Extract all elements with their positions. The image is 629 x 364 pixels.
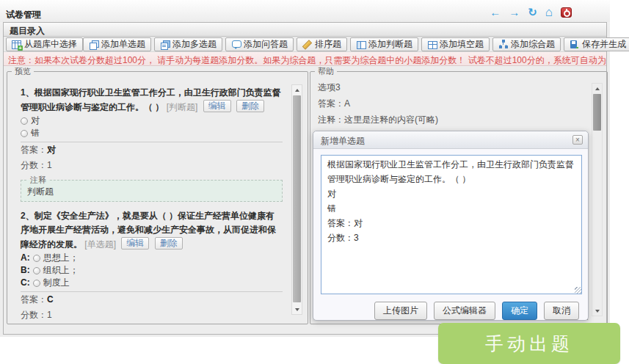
home-icon[interactable]: ⌂ bbox=[545, 7, 553, 18]
radio-button[interactable] bbox=[33, 280, 40, 287]
radio-button[interactable] bbox=[21, 130, 28, 137]
preview-scrollbar[interactable] bbox=[291, 84, 302, 315]
window-controls: ← → ↻ ⌂ bbox=[490, 7, 572, 18]
power-icon[interactable] bbox=[561, 7, 572, 18]
help-line: 答案：A bbox=[318, 95, 589, 112]
save-generate-button[interactable]: 保存并生成 bbox=[564, 37, 629, 51]
edit-question-button[interactable]: 编辑 bbox=[203, 100, 231, 112]
split-table-icon bbox=[356, 40, 366, 49]
cancel-button[interactable]: 取消 bbox=[544, 302, 579, 320]
toolbar-left-group: 从题库中选择 bbox=[6, 37, 83, 51]
question-item: 2、制定《安全生产法》，就是要从（ ）保证生产经营单位健康有序地开展生产经营活动… bbox=[21, 209, 283, 324]
scroll-down-icon[interactable] bbox=[592, 306, 602, 316]
add-single-choice-button[interactable]: 添加单选题 bbox=[83, 37, 151, 51]
question-content-textarea[interactable]: 根据国家现行职业卫生监管工作分工，由卫生行政部门负责监督管理职业病诊断与鉴定的工… bbox=[321, 155, 582, 294]
add-multi-choice-button[interactable]: 添加多选题 bbox=[154, 37, 222, 51]
score-line: 分数：1 bbox=[21, 307, 283, 323]
ok-button[interactable]: 确定 bbox=[502, 302, 537, 320]
dialog-buttons: 上传图片 公式编辑器 确定 取消 bbox=[313, 302, 579, 320]
add-blank-button[interactable]: 添加填空题 bbox=[421, 37, 490, 51]
option-row: B: 组织上； bbox=[21, 264, 283, 277]
edit-question-button[interactable]: 编辑 bbox=[121, 237, 149, 250]
section-header: 题目录入 bbox=[4, 23, 606, 37]
manual-question-overlay: 手动出题 bbox=[438, 323, 620, 364]
help-scrollbar[interactable] bbox=[592, 83, 603, 316]
question-text: 2、制定《安全生产法》，就是要从（ ）保证生产经营单位健康有序地开展生产经营活动… bbox=[21, 209, 283, 252]
help-legend: 帮助 bbox=[315, 66, 337, 77]
answer-line: 答案：对 bbox=[21, 142, 283, 158]
answer-line: 答案：C bbox=[21, 292, 283, 307]
scrollbar-thumb[interactable] bbox=[293, 95, 301, 302]
question-item: 1、根据国家现行职业卫生监管工作分工，由卫生行政部门负责监督管理职业病诊断与鉴定… bbox=[21, 86, 283, 202]
upload-image-button[interactable]: 上传图片 bbox=[374, 302, 427, 320]
question-type-tag: [单选题] bbox=[84, 239, 116, 250]
note-box: 注释 判断题 bbox=[21, 175, 283, 202]
scroll-up-icon[interactable] bbox=[592, 84, 602, 93]
note-text: 判断题 bbox=[27, 186, 277, 197]
speech-bubble-icon bbox=[231, 40, 241, 49]
dialog-title-bar[interactable]: 新增单选题 × bbox=[313, 131, 588, 149]
option-row: C: 制度上 bbox=[21, 277, 283, 289]
org-chart-icon bbox=[498, 40, 508, 49]
dialog-title: 新增单选题 bbox=[321, 136, 365, 146]
delete-question-button[interactable]: 删除 bbox=[236, 100, 264, 112]
radio-button[interactable] bbox=[33, 267, 40, 274]
question-bank-icon bbox=[12, 40, 21, 49]
sort-question-button[interactable]: 排序题 bbox=[297, 37, 347, 51]
title-bar: 试卷管理 ← → ↻ ⌂ bbox=[0, 0, 610, 22]
notice-banner: 注意：如果本次试卷分数超过100分， 请手动为每道题添加分数。如果为综合题，只需… bbox=[4, 52, 606, 66]
pages-icon bbox=[89, 40, 98, 49]
toolbar: 从题库中选择 添加单选题 添加多选题 添加问答题 排序题 bbox=[4, 37, 606, 52]
close-icon[interactable]: × bbox=[572, 135, 583, 145]
option-row: 对 bbox=[21, 114, 283, 127]
forward-icon[interactable]: → bbox=[509, 7, 520, 18]
refresh-icon[interactable]: ↻ bbox=[528, 7, 537, 18]
note-legend: 注释 bbox=[27, 175, 49, 186]
option-row: A: 思想上； bbox=[21, 252, 283, 264]
back-icon[interactable]: ← bbox=[490, 7, 501, 18]
formula-editor-button[interactable]: 公式编辑器 bbox=[434, 302, 495, 320]
option-row: 错 bbox=[21, 127, 283, 139]
scroll-up-icon[interactable] bbox=[292, 85, 302, 95]
add-judge-button[interactable]: 添加判断题 bbox=[350, 37, 418, 51]
preview-panel: 预览 1、根据国家现行职业卫生监管工作分工，由卫生行政部门负责监督管理职业病诊断… bbox=[7, 66, 308, 324]
scroll-down-icon[interactable] bbox=[292, 305, 302, 314]
page-title: 试卷管理 bbox=[6, 9, 41, 21]
preview-scroll-area: 1、根据国家现行职业卫生监管工作分工，由卫生行政部门负责监督管理职业病诊断与鉴定… bbox=[7, 77, 308, 324]
grid-icon bbox=[427, 40, 437, 49]
radio-button[interactable] bbox=[21, 117, 28, 125]
preview-legend: 预览 bbox=[12, 66, 34, 77]
toolbar-right-group: 添加单选题 添加多选题 添加问答题 排序题 添加判断题 bbox=[83, 37, 629, 51]
resize-grip-icon[interactable] bbox=[575, 287, 581, 294]
pencil-icon bbox=[302, 40, 312, 49]
new-single-choice-dialog: 新增单选题 × 根据国家现行职业卫生监管工作分工，由卫生行政部门负责监督管理职业… bbox=[313, 131, 589, 321]
help-line: 注释：这里是注释的内容(可略) bbox=[318, 112, 589, 128]
help-line: 选项3 bbox=[318, 79, 589, 95]
save-icon bbox=[570, 40, 579, 49]
scrollbar-thumb[interactable] bbox=[593, 94, 601, 131]
score-line: 分数：1 bbox=[21, 158, 283, 173]
add-qa-button[interactable]: 添加问答题 bbox=[225, 37, 294, 51]
add-comprehensive-button[interactable]: 添加综合题 bbox=[492, 37, 561, 51]
radio-button[interactable] bbox=[33, 255, 40, 262]
delete-question-button[interactable]: 删除 bbox=[155, 237, 183, 250]
dialog-body: 根据国家现行职业卫生监管工作分工，由卫生行政部门负责监督管理职业病诊断与鉴定的工… bbox=[313, 149, 588, 321]
question-text: 1、根据国家现行职业卫生监管工作分工，由卫生行政部门负责监督管理职业病诊断与鉴定… bbox=[21, 86, 283, 114]
select-from-bank-button[interactable]: 从题库中选择 bbox=[6, 37, 83, 51]
question-type-tag: [判断题] bbox=[167, 102, 198, 112]
stacked-pages-icon bbox=[160, 40, 170, 49]
